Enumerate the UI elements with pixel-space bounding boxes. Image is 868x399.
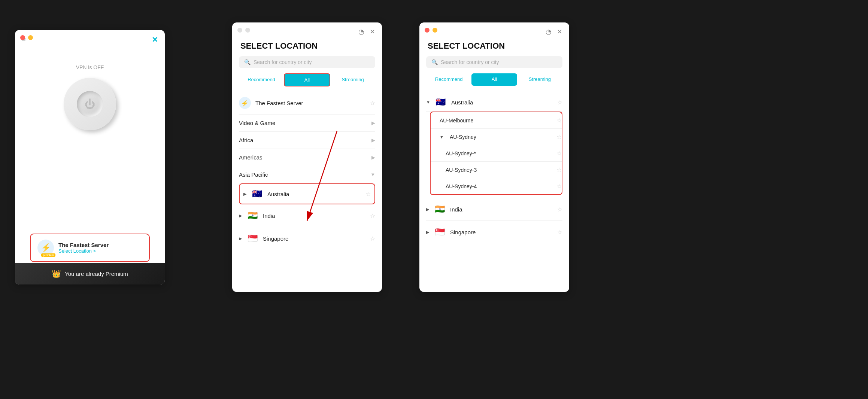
- list-item-videogame[interactable]: Video & Game ▶: [239, 115, 375, 132]
- search-bar-2[interactable]: 🔍 Search for country or city: [239, 56, 375, 68]
- fastest-icon-wrap: ⚡ premium: [37, 240, 54, 256]
- panel2-traffic-lights: [237, 28, 250, 33]
- sub-item-melbourne[interactable]: AU-Melbourne ☆: [431, 112, 562, 129]
- tab-recommend-2[interactable]: Recommend: [239, 73, 284, 86]
- tab-all-2[interactable]: All: [284, 73, 330, 86]
- select-location-link[interactable]: Select Location >: [58, 248, 109, 254]
- tabs-row-3: Recommend All Streaming: [426, 73, 562, 86]
- close-icon[interactable]: ✕: [152, 35, 158, 44]
- sydney-4-star[interactable]: ☆: [556, 183, 562, 190]
- list-item-singapore-3[interactable]: ▶ 🇸🇬 Singapore ☆: [426, 221, 562, 243]
- singapore-star[interactable]: ☆: [370, 235, 375, 242]
- panel2-close-icon[interactable]: ✕: [370, 28, 375, 36]
- melbourne-star[interactable]: ☆: [556, 117, 562, 124]
- panel3-close-icon[interactable]: ✕: [557, 28, 562, 36]
- panel2-title: SELECT LOCATION: [232, 41, 382, 56]
- australia-flag-3: 🇦🇺: [435, 96, 447, 108]
- singapore-flag: 🇸🇬: [246, 232, 258, 244]
- search-icon-3: 🔍: [431, 59, 438, 65]
- australia-header-3[interactable]: ▼ 🇦🇺 Australia ☆: [426, 91, 562, 112]
- search-input-2[interactable]: Search for country or city: [254, 59, 312, 65]
- americas-label: Americas: [239, 154, 367, 161]
- fastest-item-icon: ⚡: [239, 97, 251, 109]
- americas-arrow: ▶: [371, 155, 375, 160]
- videogame-arrow: ▶: [371, 120, 375, 126]
- videogame-label: Video & Game: [239, 120, 367, 126]
- panel2-tl-2: [245, 28, 250, 33]
- search-bar-3[interactable]: 🔍 Search for country or city: [426, 56, 562, 68]
- location-list-3: ▼ 🇦🇺 Australia ☆ AU-Melbourne ☆ ▼ AU-Syd…: [419, 91, 569, 292]
- sydney-star-label: AU-Sydney-*: [446, 150, 553, 156]
- timer-icon[interactable]: ◔: [358, 28, 364, 36]
- australia-star-3[interactable]: ☆: [557, 99, 562, 106]
- singapore-expand-3[interactable]: ▶: [426, 230, 429, 235]
- panel2-header: ◔ ✕: [232, 22, 382, 41]
- panel3-tl-red[interactable]: [425, 28, 430, 33]
- singapore-star-3[interactable]: ☆: [557, 229, 562, 236]
- australia-sub-items-box: AU-Melbourne ☆ ▼ AU-Sydney ☆ AU-Sydney-*…: [430, 112, 562, 195]
- traffic-lights: [20, 35, 33, 40]
- sydney-label: AU-Sydney: [450, 134, 553, 140]
- sub-item-sydney-4[interactable]: AU-Sydney-4 ☆: [431, 178, 562, 194]
- india-expand[interactable]: ▶: [239, 213, 242, 218]
- select-location-panel-3: ◔ ✕ SELECT LOCATION 🔍 Search for country…: [419, 22, 569, 292]
- bolt-icon: ⚡: [41, 243, 51, 253]
- sub-item-sydney[interactable]: ▼ AU-Sydney ☆: [431, 129, 562, 145]
- africa-arrow: ▶: [371, 137, 375, 143]
- premium-bar-text: You are already Premium: [65, 271, 128, 277]
- list-item-singapore[interactable]: ▶ 🇸🇬 Singapore ☆: [239, 227, 375, 250]
- singapore-expand[interactable]: ▶: [239, 236, 242, 241]
- singapore-flag-3: 🇸🇬: [434, 226, 446, 238]
- power-icon: ⏻: [77, 91, 103, 117]
- australia-star[interactable]: ☆: [365, 191, 371, 198]
- premium-bar: 👑 You are already Premium: [15, 263, 165, 284]
- australia-label: Australia: [267, 191, 361, 197]
- australia-expand[interactable]: ▶: [243, 192, 246, 197]
- list-item-australia[interactable]: ▶ 🇦🇺 Australia ☆: [239, 183, 375, 204]
- tab-streaming-2[interactable]: Streaming: [330, 73, 375, 86]
- tab-streaming-3[interactable]: Streaming: [517, 73, 562, 86]
- tab-all-3[interactable]: All: [471, 73, 517, 86]
- india-expand-3[interactable]: ▶: [426, 207, 429, 212]
- australia-collapse-icon[interactable]: ▼: [426, 100, 430, 104]
- sydney-3-label: AU-Sydney-3: [446, 167, 553, 173]
- india-star-3[interactable]: ☆: [557, 206, 562, 213]
- panel3-header: ◔ ✕: [419, 22, 569, 41]
- sydney-3-star[interactable]: ☆: [556, 166, 562, 173]
- panel2-tl-1: [237, 28, 242, 33]
- list-item-americas[interactable]: Americas ▶: [239, 149, 375, 166]
- list-item-africa[interactable]: Africa ▶: [239, 132, 375, 149]
- fastest-server-card[interactable]: ⚡ premium The Fastest Server Select Loca…: [30, 234, 150, 262]
- sydney-expand-icon[interactable]: ▼: [440, 135, 444, 139]
- list-item-fastest[interactable]: ⚡ The Fastest Server ☆: [239, 92, 375, 115]
- panel3-tl-yellow[interactable]: [433, 28, 437, 33]
- vpn-status-text: VPN is OFF: [76, 64, 104, 70]
- india-star[interactable]: ☆: [370, 212, 375, 219]
- location-list-2: ⚡ The Fastest Server ☆ Video & Game ▶ Af…: [232, 92, 382, 292]
- india-label: India: [263, 213, 365, 219]
- power-button[interactable]: ⏻: [64, 78, 116, 130]
- select-location-panel-2: ◔ ✕ SELECT LOCATION 🔍 Search for country…: [232, 22, 382, 292]
- search-icon-2: 🔍: [244, 59, 251, 65]
- panel3-title: SELECT LOCATION: [419, 41, 569, 56]
- fastest-server-title: The Fastest Server: [58, 242, 109, 248]
- panel3-timer-icon[interactable]: ◔: [546, 28, 552, 36]
- search-input-3[interactable]: Search for country or city: [441, 59, 499, 65]
- crown-icon: 👑: [52, 269, 61, 278]
- list-item-india-3[interactable]: ▶ 🇮🇳 India ☆: [426, 198, 562, 221]
- sub-item-sydney-3[interactable]: AU-Sydney-3 ☆: [431, 162, 562, 178]
- sydney-star[interactable]: ☆: [556, 133, 562, 140]
- india-flag-3: 🇮🇳: [434, 203, 446, 215]
- sydney-star-star[interactable]: ☆: [556, 150, 562, 157]
- singapore-label-3: Singapore: [450, 229, 553, 235]
- traffic-light-red[interactable]: [20, 35, 25, 40]
- india-label-3: India: [450, 206, 553, 213]
- tab-recommend-3[interactable]: Recommend: [426, 73, 471, 86]
- list-item-india[interactable]: ▶ 🇮🇳 India ☆: [239, 204, 375, 227]
- list-item-asiapacific[interactable]: Asia Pacific ▼: [239, 166, 375, 183]
- premium-badge: premium: [41, 253, 55, 257]
- sub-item-sydney-star[interactable]: AU-Sydney-* ☆: [431, 145, 562, 162]
- australia-label-3: Australia: [451, 99, 553, 106]
- fastest-star-icon[interactable]: ☆: [370, 100, 375, 107]
- traffic-light-yellow[interactable]: [28, 35, 33, 40]
